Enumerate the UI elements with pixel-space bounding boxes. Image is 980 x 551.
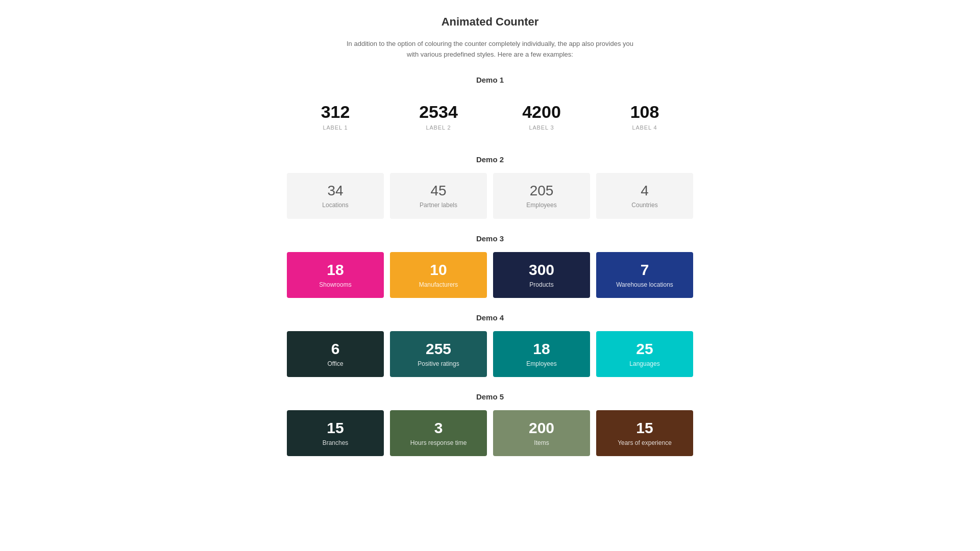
demo4-label-2: Employees: [526, 360, 556, 367]
demo3-label-3: Warehouse locations: [616, 281, 673, 288]
demo5-title: Demo 5: [10, 392, 970, 401]
demo5-label-1: Hours response time: [410, 439, 467, 446]
demo5-number-2: 200: [529, 419, 554, 436]
demo4-card-1: 255Positive ratings: [390, 331, 487, 377]
demo3-label-0: Showrooms: [319, 281, 351, 288]
demo3-number-2: 300: [529, 261, 554, 278]
demo4-card-2: 18Employees: [493, 331, 590, 377]
page-subtitle: In addition to the option of colouring t…: [10, 39, 970, 60]
demo5-card-3: 15Years of experience: [596, 410, 693, 456]
demo4-title: Demo 4: [10, 313, 970, 322]
demo4-number-0: 6: [331, 340, 340, 357]
demo1-number-3: 108: [630, 103, 659, 121]
page-title: Animated Counter: [10, 15, 970, 29]
demo2-card-3: 4Countries: [596, 173, 693, 219]
demo2-number-0: 34: [327, 183, 343, 199]
demo2-label-3: Countries: [631, 202, 657, 209]
demo3-label-2: Products: [529, 281, 553, 288]
demo5-card-2: 200Items: [493, 410, 590, 456]
demo3-title: Demo 3: [10, 234, 970, 243]
demo3-card-1: 10Manufacturers: [390, 252, 487, 298]
demo5-card-1: 3Hours response time: [390, 410, 487, 456]
demo4-label-3: Languages: [629, 360, 659, 367]
demo3-card-2: 300Products: [493, 252, 590, 298]
demo2-title: Demo 2: [10, 155, 970, 164]
demo4-number-3: 25: [636, 340, 653, 357]
demo1-number-0: 312: [321, 103, 350, 121]
demo5-number-0: 15: [327, 419, 344, 436]
demo4-label-0: Office: [327, 360, 343, 367]
demo3-number-1: 10: [430, 261, 447, 278]
demo1-label-3: LABEL 4: [632, 124, 657, 131]
demo3-card-0: 18Showrooms: [287, 252, 384, 298]
demo5-label-3: Years of experience: [618, 439, 672, 446]
demo1-title: Demo 1: [10, 76, 970, 84]
demo3-number-3: 7: [641, 261, 649, 278]
demo1-label-0: LABEL 1: [323, 124, 348, 131]
demo2-label-0: Locations: [322, 202, 348, 209]
demo1-card-1: 2534LABEL 2: [390, 93, 487, 140]
demo2-number-3: 4: [641, 183, 649, 199]
demo5-card-0: 15Branches: [287, 410, 384, 456]
demo4-number-2: 18: [533, 340, 550, 357]
demo2-label-2: Employees: [526, 202, 556, 209]
demo4-card-0: 6Office: [287, 331, 384, 377]
demo2-card-2: 205Employees: [493, 173, 590, 219]
demo2-card-0: 34Locations: [287, 173, 384, 219]
demo1-number-2: 4200: [522, 103, 561, 121]
demo3-card-3: 7Warehouse locations: [596, 252, 693, 298]
demo4-card-3: 25Languages: [596, 331, 693, 377]
demo5-number-1: 3: [434, 419, 443, 436]
demo1-card-0: 312LABEL 1: [287, 93, 384, 140]
demo2-number-2: 205: [530, 183, 554, 199]
demo1-card-2: 4200LABEL 3: [493, 93, 590, 140]
demo5-label-0: Branches: [323, 439, 349, 446]
demo5-number-3: 15: [636, 419, 653, 436]
demo1-card-3: 108LABEL 4: [596, 93, 693, 140]
demo3-label-1: Manufacturers: [419, 281, 458, 288]
demo2-number-1: 45: [430, 183, 446, 199]
demo1-number-1: 2534: [419, 103, 458, 121]
demo4-label-1: Positive ratings: [418, 360, 459, 367]
demo3-number-0: 18: [327, 261, 344, 278]
demo5-label-2: Items: [534, 439, 549, 446]
demo1-label-2: LABEL 3: [529, 124, 554, 131]
demo1-label-1: LABEL 2: [426, 124, 451, 131]
demo2-label-1: Partner labels: [420, 202, 457, 209]
demo4-number-1: 255: [426, 340, 451, 357]
demo2-card-1: 45Partner labels: [390, 173, 487, 219]
